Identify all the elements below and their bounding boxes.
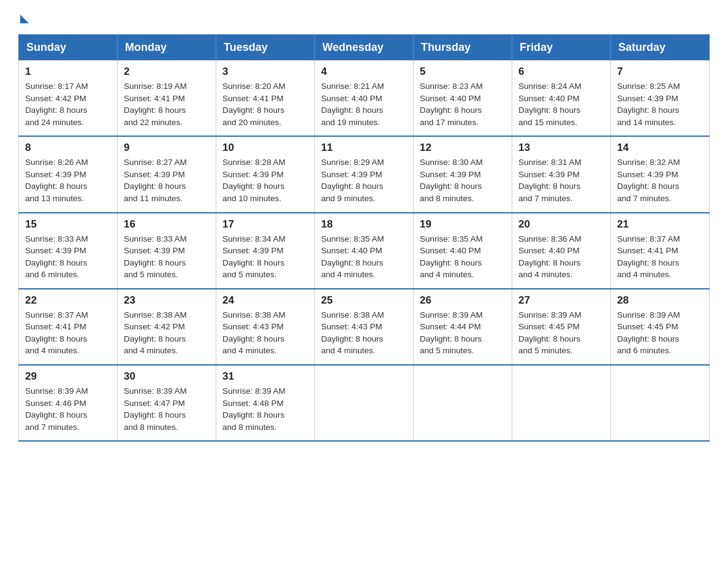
- calendar-day-cell: [611, 365, 710, 441]
- calendar-day-cell: 14Sunrise: 8:32 AMSunset: 4:39 PMDayligh…: [611, 136, 710, 212]
- calendar-day-cell: 15Sunrise: 8:33 AMSunset: 4:39 PMDayligh…: [19, 213, 118, 289]
- calendar-day-cell: 4Sunrise: 8:21 AMSunset: 4:40 PMDaylight…: [315, 61, 414, 137]
- calendar-day-cell: [414, 365, 512, 441]
- day-info: Sunrise: 8:21 AMSunset: 4:40 PMDaylight:…: [321, 80, 407, 128]
- day-info: Sunrise: 8:39 AMSunset: 4:44 PMDaylight:…: [420, 309, 506, 357]
- day-number: 24: [222, 294, 308, 307]
- day-number: 12: [420, 142, 506, 154]
- day-number: 21: [617, 218, 703, 231]
- day-info: Sunrise: 8:29 AMSunset: 4:39 PMDaylight:…: [321, 156, 407, 204]
- day-number: 19: [420, 218, 506, 231]
- day-number: 2: [124, 66, 210, 78]
- day-number: 29: [25, 370, 111, 383]
- calendar-day-cell: 26Sunrise: 8:39 AMSunset: 4:44 PMDayligh…: [414, 289, 512, 365]
- calendar-week-row: 8Sunrise: 8:26 AMSunset: 4:39 PMDaylight…: [19, 136, 710, 212]
- day-number: 6: [518, 66, 604, 78]
- day-number: 13: [518, 142, 604, 154]
- day-info: Sunrise: 8:33 AMSunset: 4:39 PMDaylight:…: [25, 233, 111, 281]
- day-info: Sunrise: 8:39 AMSunset: 4:45 PMDaylight:…: [617, 309, 703, 357]
- calendar-table: SundayMondayTuesdayWednesdayThursdayFrid…: [18, 34, 710, 442]
- logo: [18, 12, 29, 23]
- day-info: Sunrise: 8:39 AMSunset: 4:45 PMDaylight:…: [518, 309, 604, 357]
- day-number: 8: [25, 142, 111, 154]
- day-info: Sunrise: 8:37 AMSunset: 4:41 PMDaylight:…: [25, 309, 111, 357]
- day-number: 26: [420, 294, 506, 307]
- day-info: Sunrise: 8:30 AMSunset: 4:39 PMDaylight:…: [420, 156, 506, 204]
- day-info: Sunrise: 8:35 AMSunset: 4:40 PMDaylight:…: [420, 233, 506, 281]
- day-info: Sunrise: 8:39 AMSunset: 4:46 PMDaylight:…: [25, 385, 111, 433]
- calendar-day-cell: 10Sunrise: 8:28 AMSunset: 4:39 PMDayligh…: [216, 136, 315, 212]
- day-info: Sunrise: 8:20 AMSunset: 4:41 PMDaylight:…: [222, 80, 308, 128]
- day-info: Sunrise: 8:31 AMSunset: 4:39 PMDaylight:…: [518, 156, 604, 204]
- calendar-day-cell: 17Sunrise: 8:34 AMSunset: 4:39 PMDayligh…: [216, 213, 315, 289]
- day-number: 14: [617, 142, 703, 154]
- day-info: Sunrise: 8:35 AMSunset: 4:40 PMDaylight:…: [321, 233, 407, 281]
- calendar-day-cell: 28Sunrise: 8:39 AMSunset: 4:45 PMDayligh…: [611, 289, 710, 365]
- calendar-day-cell: 5Sunrise: 8:23 AMSunset: 4:40 PMDaylight…: [414, 61, 512, 137]
- day-info: Sunrise: 8:34 AMSunset: 4:39 PMDaylight:…: [222, 233, 308, 281]
- calendar-day-cell: 22Sunrise: 8:37 AMSunset: 4:41 PMDayligh…: [19, 289, 118, 365]
- calendar-header-sunday: Sunday: [19, 35, 118, 61]
- calendar-header-row: SundayMondayTuesdayWednesdayThursdayFrid…: [19, 35, 710, 61]
- day-info: Sunrise: 8:38 AMSunset: 4:43 PMDaylight:…: [222, 309, 308, 357]
- calendar-week-row: 15Sunrise: 8:33 AMSunset: 4:39 PMDayligh…: [19, 213, 710, 289]
- day-number: 30: [124, 370, 210, 383]
- calendar-day-cell: 8Sunrise: 8:26 AMSunset: 4:39 PMDaylight…: [19, 136, 118, 212]
- day-number: 7: [617, 66, 703, 78]
- day-info: Sunrise: 8:24 AMSunset: 4:40 PMDaylight:…: [518, 80, 604, 128]
- day-number: 20: [518, 218, 604, 231]
- day-info: Sunrise: 8:26 AMSunset: 4:39 PMDaylight:…: [25, 156, 111, 204]
- day-number: 25: [321, 294, 407, 307]
- day-info: Sunrise: 8:38 AMSunset: 4:42 PMDaylight:…: [124, 309, 210, 357]
- calendar-day-cell: 13Sunrise: 8:31 AMSunset: 4:39 PMDayligh…: [512, 136, 611, 212]
- calendar-day-cell: 24Sunrise: 8:38 AMSunset: 4:43 PMDayligh…: [216, 289, 315, 365]
- calendar-day-cell: 9Sunrise: 8:27 AMSunset: 4:39 PMDaylight…: [118, 136, 216, 212]
- day-number: 1: [25, 66, 111, 78]
- calendar-day-cell: 6Sunrise: 8:24 AMSunset: 4:40 PMDaylight…: [512, 61, 611, 137]
- calendar-day-cell: 2Sunrise: 8:19 AMSunset: 4:41 PMDaylight…: [118, 61, 216, 137]
- day-number: 15: [25, 218, 111, 231]
- day-number: 22: [25, 294, 111, 307]
- day-number: 31: [222, 370, 308, 383]
- calendar-day-cell: 27Sunrise: 8:39 AMSunset: 4:45 PMDayligh…: [512, 289, 611, 365]
- day-info: Sunrise: 8:19 AMSunset: 4:41 PMDaylight:…: [124, 80, 210, 128]
- calendar-day-cell: 7Sunrise: 8:25 AMSunset: 4:39 PMDaylight…: [611, 61, 710, 137]
- day-number: 17: [222, 218, 308, 231]
- day-number: 18: [321, 218, 407, 231]
- calendar-header-monday: Monday: [118, 35, 216, 61]
- calendar-day-cell: 29Sunrise: 8:39 AMSunset: 4:46 PMDayligh…: [19, 365, 118, 441]
- calendar-day-cell: 23Sunrise: 8:38 AMSunset: 4:42 PMDayligh…: [118, 289, 216, 365]
- day-info: Sunrise: 8:39 AMSunset: 4:48 PMDaylight:…: [222, 385, 308, 433]
- day-info: Sunrise: 8:36 AMSunset: 4:40 PMDaylight:…: [518, 233, 604, 281]
- day-number: 10: [222, 142, 308, 154]
- day-info: Sunrise: 8:28 AMSunset: 4:39 PMDaylight:…: [222, 156, 308, 204]
- day-info: Sunrise: 8:38 AMSunset: 4:43 PMDaylight:…: [321, 309, 407, 357]
- calendar-week-row: 1Sunrise: 8:17 AMSunset: 4:42 PMDaylight…: [19, 61, 710, 137]
- calendar-day-cell: 3Sunrise: 8:20 AMSunset: 4:41 PMDaylight…: [216, 61, 315, 137]
- calendar-day-cell: 11Sunrise: 8:29 AMSunset: 4:39 PMDayligh…: [315, 136, 414, 212]
- day-info: Sunrise: 8:32 AMSunset: 4:39 PMDaylight:…: [617, 156, 703, 204]
- day-info: Sunrise: 8:39 AMSunset: 4:47 PMDaylight:…: [124, 385, 210, 433]
- day-number: 3: [222, 66, 308, 78]
- calendar-day-cell: [512, 365, 611, 441]
- day-info: Sunrise: 8:17 AMSunset: 4:42 PMDaylight:…: [25, 80, 111, 128]
- calendar-day-cell: 18Sunrise: 8:35 AMSunset: 4:40 PMDayligh…: [315, 213, 414, 289]
- day-number: 23: [124, 294, 210, 307]
- calendar-header-saturday: Saturday: [611, 35, 710, 61]
- day-info: Sunrise: 8:27 AMSunset: 4:39 PMDaylight:…: [124, 156, 210, 204]
- day-number: 5: [420, 66, 506, 78]
- day-number: 11: [321, 142, 407, 154]
- calendar-header-thursday: Thursday: [414, 35, 512, 61]
- calendar-day-cell: 30Sunrise: 8:39 AMSunset: 4:47 PMDayligh…: [118, 365, 216, 441]
- day-number: 4: [321, 66, 407, 78]
- page-header: [18, 12, 710, 23]
- calendar-day-cell: 19Sunrise: 8:35 AMSunset: 4:40 PMDayligh…: [414, 213, 512, 289]
- calendar-header-friday: Friday: [512, 35, 611, 61]
- day-info: Sunrise: 8:25 AMSunset: 4:39 PMDaylight:…: [617, 80, 703, 128]
- day-number: 16: [124, 218, 210, 231]
- calendar-day-cell: 21Sunrise: 8:37 AMSunset: 4:41 PMDayligh…: [611, 213, 710, 289]
- day-info: Sunrise: 8:23 AMSunset: 4:40 PMDaylight:…: [420, 80, 506, 128]
- day-info: Sunrise: 8:37 AMSunset: 4:41 PMDaylight:…: [617, 233, 703, 281]
- day-number: 27: [518, 294, 604, 307]
- calendar-day-cell: 16Sunrise: 8:33 AMSunset: 4:39 PMDayligh…: [118, 213, 216, 289]
